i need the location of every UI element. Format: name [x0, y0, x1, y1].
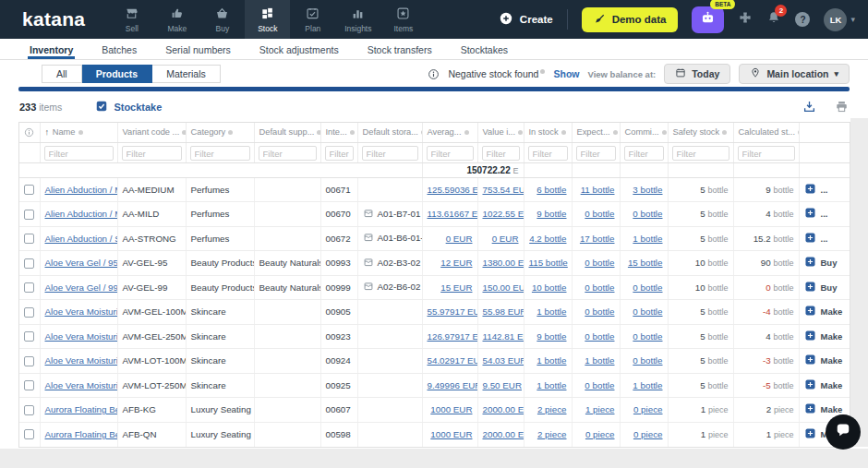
average-cost-link[interactable]: 1000 EUR: [430, 404, 472, 414]
tab-stocktakes[interactable]: Stocktakes: [459, 44, 510, 59]
expected-link[interactable]: 17 bottle: [580, 234, 615, 244]
integrations-button[interactable]: [738, 10, 753, 29]
committed-link[interactable]: 0 bottle: [633, 282, 662, 293]
value-in-stock-link[interactable]: 54.03 EUR: [483, 355, 524, 366]
product-name-link[interactable]: Aloe Vera Moisturize: [45, 355, 118, 366]
row-checkbox[interactable]: [24, 185, 34, 195]
tab-stock-transfers[interactable]: Stock transfers: [366, 44, 434, 59]
action-button[interactable]: Buy: [804, 281, 846, 294]
committed-link[interactable]: 0 bottle: [633, 355, 662, 366]
average-cost-link[interactable]: 0 EUR: [446, 234, 473, 244]
column-header-calculated[interactable]: Calculated st...: [733, 123, 799, 142]
subtab-all[interactable]: All: [42, 65, 82, 83]
expected-link[interactable]: 0 bottle: [585, 306, 614, 317]
in-stock-link[interactable]: 9 bottle: [536, 331, 566, 342]
action-button[interactable]: Make: [804, 378, 846, 392]
committed-link[interactable]: 1 bottle: [633, 234, 662, 244]
in-stock-link[interactable]: 1 bottle: [536, 355, 566, 366]
product-name-link[interactable]: Aloe Vera Moisturize: [45, 331, 118, 342]
column-header-select[interactable]: [19, 123, 40, 142]
action-button[interactable]: ...: [804, 207, 846, 221]
nav-item-insights[interactable]: Insights: [335, 0, 380, 39]
value-in-stock-link[interactable]: 0 EUR: [492, 234, 519, 244]
product-name-link[interactable]: Alien Abduction / Mi: [45, 209, 118, 219]
expected-link[interactable]: 0 bottle: [585, 380, 614, 390]
location-button[interactable]: Main location ▾: [739, 64, 850, 84]
value-in-stock-link[interactable]: 1142.81 EUR: [483, 331, 524, 342]
row-checkbox[interactable]: [24, 331, 34, 342]
committed-link[interactable]: 0 bottle: [633, 331, 662, 342]
value-in-stock-link[interactable]: 1022.55 EUR: [483, 209, 524, 219]
committed-link[interactable]: 0 bottle: [633, 306, 662, 317]
action-button[interactable]: Make: [804, 305, 846, 318]
product-name-link[interactable]: Aurora Floating Bed: [45, 429, 118, 439]
filter-input-expected[interactable]: [576, 146, 616, 161]
committed-link[interactable]: 15 bottle: [628, 258, 663, 268]
download-button[interactable]: [802, 100, 816, 114]
average-cost-link[interactable]: 1000 EUR: [430, 429, 472, 439]
average-cost-link[interactable]: 55.97917 EU: [428, 306, 478, 317]
committed-link[interactable]: 0 piece: [633, 429, 663, 439]
filter-input-committed[interactable]: [624, 146, 664, 161]
filter-input-value[interactable]: [482, 146, 520, 161]
filter-input-avg[interactable]: [427, 146, 474, 161]
in-stock-link[interactable]: 2 piece: [537, 404, 567, 414]
tab-stock-adjustments[interactable]: Stock adjustments: [258, 44, 341, 59]
user-menu[interactable]: LK ▾: [824, 8, 855, 31]
value-in-stock-link[interactable]: 753.54 EUR: [483, 185, 524, 195]
value-in-stock-link[interactable]: 55.98 EUR: [483, 306, 524, 317]
column-header-action[interactable]: [799, 123, 850, 142]
action-button[interactable]: Buy: [804, 256, 846, 270]
filter-input-variant[interactable]: [122, 146, 182, 161]
ai-assistant-button[interactable]: BETA: [692, 6, 724, 33]
stocktake-button[interactable]: Stocktake: [95, 100, 162, 114]
chat-widget-button[interactable]: [826, 414, 861, 450]
row-checkbox[interactable]: [24, 429, 34, 439]
notifications-button[interactable]: 2: [766, 10, 781, 29]
column-header-category[interactable]: Category: [186, 123, 254, 142]
nav-item-sell[interactable]: Sell: [109, 0, 154, 39]
action-button[interactable]: Make: [804, 330, 846, 343]
average-cost-link[interactable]: 125.59036 E: [428, 185, 478, 195]
value-in-stock-link[interactable]: 150.00 EUR: [483, 282, 524, 293]
expected-link[interactable]: 0 bottle: [585, 258, 614, 268]
committed-link[interactable]: 0 bottle: [633, 209, 662, 219]
in-stock-link[interactable]: 2 piece: [537, 429, 567, 439]
product-name-link[interactable]: Alien Abduction / Me: [45, 185, 118, 195]
tab-batches[interactable]: Batches: [100, 44, 139, 59]
tab-serial-numbers[interactable]: Serial numbers: [163, 44, 233, 59]
expected-link[interactable]: 1 piece: [585, 404, 615, 414]
subtab-products[interactable]: Products: [82, 65, 153, 83]
average-cost-link[interactable]: 12 EUR: [440, 258, 472, 268]
row-checkbox[interactable]: [24, 307, 34, 318]
print-button[interactable]: [835, 100, 849, 114]
filter-input-name[interactable]: [44, 146, 114, 161]
column-header-expected[interactable]: Expect...: [572, 123, 620, 142]
row-checkbox[interactable]: [24, 282, 34, 293]
action-button[interactable]: Make: [804, 354, 846, 367]
committed-link[interactable]: 0 piece: [633, 404, 663, 414]
value-in-stock-link[interactable]: 2000.00 EUR: [483, 429, 524, 439]
in-stock-link[interactable]: 115 bottle: [529, 258, 568, 268]
column-header-supplier[interactable]: Default supp...: [254, 123, 320, 142]
expected-link[interactable]: 0 bottle: [585, 209, 614, 219]
filter-input-storage[interactable]: [362, 146, 418, 161]
action-button[interactable]: ...: [804, 183, 846, 197]
column-header-variant[interactable]: Variant code ...: [117, 123, 186, 142]
column-header-internal[interactable]: Inte...: [320, 123, 357, 142]
nav-item-make[interactable]: Make: [154, 0, 199, 39]
column-header-avg[interactable]: Averag...: [422, 123, 477, 142]
nav-item-buy[interactable]: Buy: [199, 0, 245, 39]
product-name-link[interactable]: Aurora Floating Bed: [45, 404, 118, 414]
in-stock-link[interactable]: 9 bottle: [536, 209, 566, 219]
demo-data-button[interactable]: Demo data: [582, 7, 679, 32]
help-button[interactable]: ?: [795, 12, 810, 27]
expected-link[interactable]: 11 bottle: [581, 185, 615, 195]
average-cost-link[interactable]: 9.49996 EUR: [428, 380, 478, 390]
average-cost-link[interactable]: 54.02917 EU: [428, 355, 478, 366]
in-stock-link[interactable]: 4.2 bottle: [529, 234, 566, 244]
filter-input-category[interactable]: [190, 146, 250, 161]
committed-link[interactable]: 3 bottle: [633, 185, 662, 195]
product-name-link[interactable]: Aloe Vera Gel / 95%: [45, 258, 118, 268]
row-checkbox[interactable]: [24, 380, 34, 390]
